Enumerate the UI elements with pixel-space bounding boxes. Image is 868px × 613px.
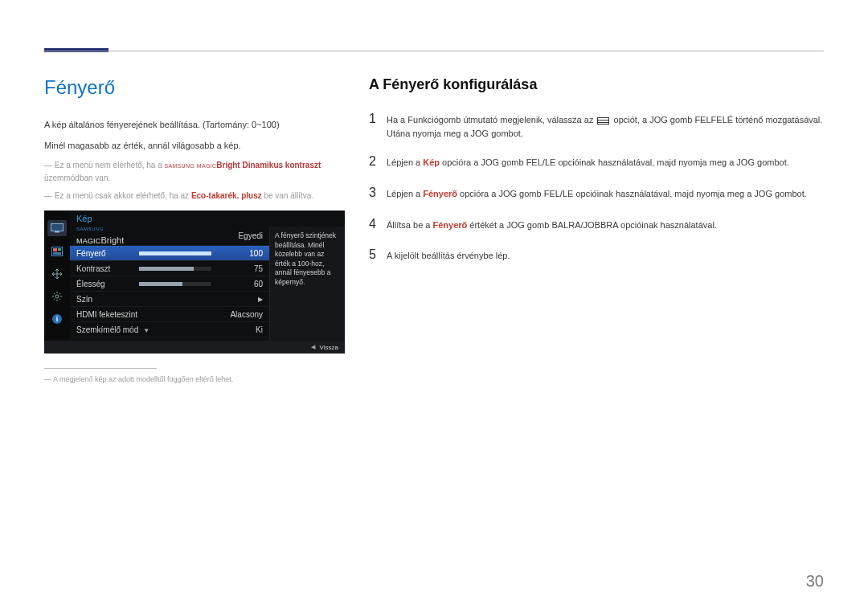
footnote: A megjelenő kép az adott modelltől függő…: [44, 375, 345, 383]
step-1: 1 Ha a Funkciógomb útmutató megjelenik, …: [369, 109, 824, 141]
osd-screenshot: i Kép SAMSUNGMAGICBrightEgyediFényerő100…: [44, 210, 345, 353]
step-3-bold: Fényerő: [423, 189, 457, 198]
svg-rect-5: [53, 252, 61, 255]
page: Fényerő A kép általános fényerejének beá…: [0, 0, 868, 383]
osd-row: Szemkímélő mód▼Ki: [70, 322, 269, 337]
back-triangle-icon: ◀: [311, 344, 315, 350]
right-column: A Fényerő konfigurálása 1 Ha a Funkciógo…: [369, 76, 824, 383]
section-heading: Fényerő: [44, 76, 345, 99]
step-4-bold: Fényerő: [432, 220, 467, 230]
header-rule: [44, 51, 824, 51]
step-number: 5: [369, 245, 387, 265]
osd-sidebar: i: [44, 210, 70, 341]
intro-line-1: A kép általános fényerejének beállítása.…: [44, 118, 345, 133]
brand-samsung: SAMSUNG: [165, 163, 195, 169]
step-4-pre: Állítsa be a: [387, 220, 432, 230]
step-3-post: opcióra a JOG gomb FEL/LE opcióinak hasz…: [457, 189, 807, 198]
svg-text:i: i: [56, 315, 59, 323]
svg-rect-4: [58, 248, 61, 251]
step-2-pre: Lépjen a: [387, 157, 423, 167]
note-2-post: be van állítva.: [262, 191, 313, 200]
note-1-bold: Bright Dinamikus kontraszt: [216, 161, 321, 170]
monitor-icon: [47, 220, 67, 236]
picture-icon: [50, 244, 64, 259]
note-1: Ez a menü nem elérhető, ha a SAMSUNG MAG…: [44, 159, 345, 185]
svg-line-11: [54, 293, 55, 294]
step-number: 2: [369, 152, 387, 172]
osd-back: Vissza: [320, 344, 338, 351]
svg-rect-0: [51, 224, 63, 231]
svg-rect-3: [53, 248, 57, 251]
step-2: 2 Lépjen a Kép opcióra a JOG gomb FEL/LE…: [369, 152, 824, 172]
osd-main: Kép SAMSUNGMAGICBrightEgyediFényerő100Ko…: [70, 210, 345, 341]
step-number: 1: [369, 109, 387, 129]
step-2-post: opcióra a JOG gomb FEL/LE opcióinak hasz…: [440, 157, 789, 167]
step-3: 3 Lépjen a Fényerő opcióra a JOG gomb FE…: [369, 183, 824, 203]
note-1-post: üzemmódban van.: [44, 174, 110, 182]
step-2-bold: Kép: [423, 157, 440, 167]
left-column: Fényerő A kép általános fényerejének beá…: [44, 76, 345, 383]
page-number: 30: [806, 572, 824, 591]
svg-line-14: [59, 293, 60, 294]
osd-row: Élesség60: [70, 276, 269, 292]
osd-footer: ◀ Vissza: [44, 341, 345, 353]
menu-icon: [597, 117, 609, 125]
step-4-post: értékét a JOG gomb BALRA/JOBBRA opcióina…: [467, 220, 717, 230]
step-5-text: A kijelölt beállítás érvénybe lép.: [387, 249, 510, 263]
step-3-pre: Lépjen a: [387, 189, 423, 198]
svg-line-13: [54, 299, 55, 300]
step-1-pre: Ha a Funkciógomb útmutató megjelenik, vá…: [387, 115, 596, 125]
svg-rect-1: [55, 231, 59, 233]
step-number: 3: [369, 183, 387, 203]
brand-magic: MAGIC: [197, 163, 216, 169]
arrows-icon: [50, 267, 64, 281]
step-4: 4 Állítsa be a Fényerő értékét a JOG gom…: [369, 215, 824, 235]
note-2-bold: Eco-takarék. plusz: [191, 191, 262, 200]
osd-desc: A fényerő szintjének beállítása. Minél k…: [269, 227, 345, 341]
step-number: 4: [369, 215, 387, 235]
osd-row: Kontraszt75: [70, 261, 269, 276]
osd-list: SAMSUNGMAGICBrightEgyediFényerő100Kontra…: [70, 227, 269, 341]
svg-line-12: [59, 299, 60, 300]
gear-icon: [50, 289, 64, 304]
note-2-pre: Ez a menü csak akkor elérhető, ha az: [55, 191, 191, 200]
osd-row: Fényerő100: [70, 246, 269, 261]
footnote-rule: [44, 368, 157, 369]
right-heading: A Fényerő konfigurálása: [369, 76, 824, 93]
osd-row: Szín▶: [70, 292, 269, 307]
step-5: 5 A kijelölt beállítás érvénybe lép.: [369, 245, 824, 265]
osd-row: SAMSUNGMAGICBrightEgyedi: [70, 227, 269, 246]
intro-line-2: Minél magasabb az érték, annál világosab…: [44, 139, 345, 153]
note-2: Ez a menü csak akkor elérhető, ha az Eco…: [44, 190, 345, 202]
osd-row: HDMI feketeszintAlacsony: [70, 307, 269, 322]
osd-title: Kép: [70, 210, 345, 227]
note-1-pre: Ez a menü nem elérhető, ha a: [55, 161, 165, 170]
steps-list: 1 Ha a Funkciógomb útmutató megjelenik, …: [369, 109, 824, 265]
info-icon: i: [50, 312, 64, 326]
svg-point-6: [55, 295, 59, 298]
